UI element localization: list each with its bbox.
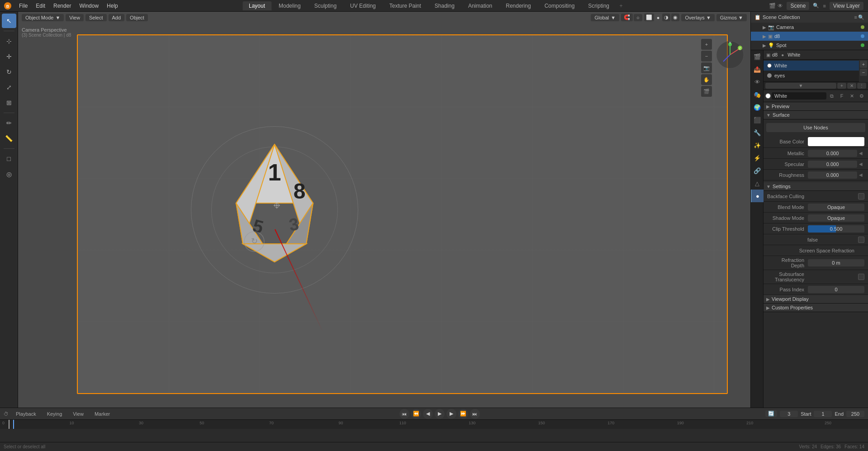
tool-add-object[interactable]: ◎	[2, 167, 16, 181]
menu-window[interactable]: Window	[76, 2, 102, 10]
mat-new-btn[interactable]: +	[837, 83, 846, 89]
tab-object[interactable]: ⬛	[751, 114, 764, 126]
tab-data[interactable]: △	[751, 177, 764, 190]
mat-options-btn[interactable]: ⋮	[857, 83, 866, 89]
next-frame-btn[interactable]: ▶	[446, 409, 456, 419]
workspace-texture-paint[interactable]: Texture Paint	[383, 1, 427, 10]
scene-selector[interactable]: Scene	[787, 2, 809, 10]
mat-browse-btn[interactable]: ▼	[765, 83, 836, 89]
menu-help[interactable]: Help	[103, 2, 122, 10]
zoom-out-btn[interactable]: −	[701, 51, 712, 62]
tab-particles[interactable]: ✨	[751, 139, 764, 152]
workspace-rendering[interactable]: Rendering	[499, 1, 537, 10]
view-menu[interactable]: View	[66, 14, 84, 21]
use-nodes-button[interactable]: Use Nodes	[766, 123, 865, 132]
tab-world[interactable]: 🌍	[751, 101, 764, 114]
outliner-search-icon[interactable]: 🔍	[858, 14, 864, 20]
tab-output[interactable]: 📤	[751, 63, 764, 76]
tool-cursor[interactable]: ⊹	[2, 34, 16, 48]
gizmo-btn[interactable]: Gizmos ▼	[716, 14, 747, 21]
metallic-value[interactable]: 0.000	[808, 150, 857, 157]
workspace-animation[interactable]: Animation	[462, 1, 498, 10]
base-color-swatch[interactable]	[808, 137, 864, 146]
mat-unlink-btn-2[interactable]: ✕	[847, 91, 856, 100]
outliner-d8[interactable]: ▶ ▣ d8	[751, 32, 868, 41]
zoom-in-btn[interactable]: +	[701, 39, 712, 50]
overlay-btn[interactable]: Overlays ▼	[681, 14, 714, 21]
workspace-uv-editing[interactable]: UV Editing	[344, 1, 382, 10]
transform-selector[interactable]: Global ▼	[591, 14, 619, 21]
subsurface-checkbox[interactable]	[858, 274, 864, 280]
mat-item-eyes[interactable]: eyes	[764, 71, 859, 81]
mat-remove-btn[interactable]: −	[860, 69, 867, 76]
specular-expand-icon[interactable]: ◀	[857, 161, 864, 168]
current-frame-icon[interactable]: 🔄	[765, 410, 777, 417]
solid-btn[interactable]: ●	[655, 14, 662, 21]
preview-section[interactable]: ▶ Preview	[764, 102, 868, 111]
view-menu-timeline[interactable]: View	[69, 411, 87, 417]
search-icon[interactable]: 🔍	[813, 3, 819, 9]
keying-menu[interactable]: Keying	[43, 411, 66, 417]
playback-menu[interactable]: Playback	[12, 411, 40, 417]
tab-render[interactable]: 🎬	[751, 50, 764, 63]
viewport-gizmo[interactable]: Z Y	[714, 39, 746, 71]
custom-properties-section[interactable]: ▶ Custom Properties	[764, 304, 868, 312]
tab-material[interactable]: ●	[751, 190, 764, 202]
add-workspace-button[interactable]: +	[617, 1, 626, 10]
mat-copy-btn[interactable]: ⧉	[827, 91, 836, 100]
tool-select[interactable]: ↖	[2, 14, 16, 28]
settings-section-header[interactable]: ▼ Settings	[764, 182, 868, 191]
wireframe-btn[interactable]: ⬜	[644, 14, 654, 21]
tool-measure[interactable]: 📏	[2, 131, 16, 146]
jump-start-btn[interactable]: ⏮	[399, 409, 409, 419]
tool-add-cube[interactable]: □	[2, 152, 16, 166]
workspace-shading[interactable]: Shading	[428, 1, 461, 10]
snap-btn[interactable]: 🧲	[621, 14, 633, 21]
current-frame-input[interactable]: 3	[780, 411, 798, 417]
screen-space-refraction-checkbox[interactable]	[858, 237, 864, 243]
view-icon[interactable]: 👁	[778, 3, 783, 9]
tool-annotate[interactable]: ✏	[2, 116, 16, 130]
roughness-value[interactable]: 0.000	[808, 171, 857, 179]
marker-menu[interactable]: Marker	[91, 411, 114, 417]
blend-mode-value[interactable]: Opaque	[808, 204, 864, 211]
workspace-layout[interactable]: Layout	[242, 1, 271, 10]
mat-add-btn[interactable]: +	[860, 61, 867, 68]
viewport-display-section[interactable]: ▶ Viewport Display	[764, 295, 868, 304]
tab-physics[interactable]: ⚡	[751, 152, 764, 164]
tool-transform[interactable]: ⊞	[2, 95, 16, 110]
outliner-filter-icon[interactable]: ≡	[854, 14, 857, 20]
workspace-sculpting[interactable]: Sculpting	[308, 1, 343, 10]
outliner-camera[interactable]: ▶ 📷 Camera	[751, 23, 868, 32]
outliner-spot[interactable]: ▶ 💡 Spot	[751, 41, 868, 50]
proportional-btn[interactable]: ○	[634, 14, 642, 21]
workspace-modeling[interactable]: Modeling	[272, 1, 307, 10]
pass-index-value[interactable]: 0	[808, 286, 864, 293]
mat-settings-btn[interactable]: ⚙	[857, 91, 866, 100]
tab-constraint[interactable]: 🔗	[751, 164, 764, 177]
timeline-scrubber[interactable]: 0 10 30 50 70 90 110 130 150 170 190 210…	[0, 420, 868, 429]
tool-scale[interactable]: ⤢	[2, 80, 16, 95]
end-frame-input[interactable]: 250	[846, 411, 864, 417]
add-menu[interactable]: Add	[109, 14, 125, 21]
shadow-mode-value[interactable]: Opaque	[808, 214, 864, 222]
mat-fake-user-btn[interactable]: F	[837, 91, 846, 100]
active-mat-name[interactable]: White	[772, 92, 826, 100]
expand-icon[interactable]: ▶	[763, 25, 766, 30]
tab-scene[interactable]: 🎭	[751, 88, 764, 101]
expand-icon-3[interactable]: ▶	[763, 43, 766, 48]
3d-viewport[interactable]: Object Mode ▼ View Select Add Object	[18, 12, 750, 408]
rendered-btn[interactable]: ◉	[671, 14, 679, 21]
prev-frame-btn[interactable]: ◀	[423, 409, 433, 419]
prev-keyframe-btn[interactable]: ⏪	[411, 409, 421, 419]
material-btn[interactable]: ◑	[662, 14, 670, 21]
tool-move[interactable]: ✛	[2, 49, 16, 64]
mat-unlink-btn[interactable]: ✕	[847, 83, 856, 89]
render-preview-btn[interactable]: 🎬	[701, 86, 712, 97]
mat-item-white[interactable]: White	[764, 61, 859, 71]
menu-file[interactable]: File	[15, 2, 31, 10]
object-menu[interactable]: Object	[126, 14, 148, 21]
filter-icon[interactable]: ≡	[823, 3, 825, 9]
start-frame-input[interactable]: 1	[814, 411, 832, 417]
view-layer-selector[interactable]: View Layer	[830, 2, 863, 10]
